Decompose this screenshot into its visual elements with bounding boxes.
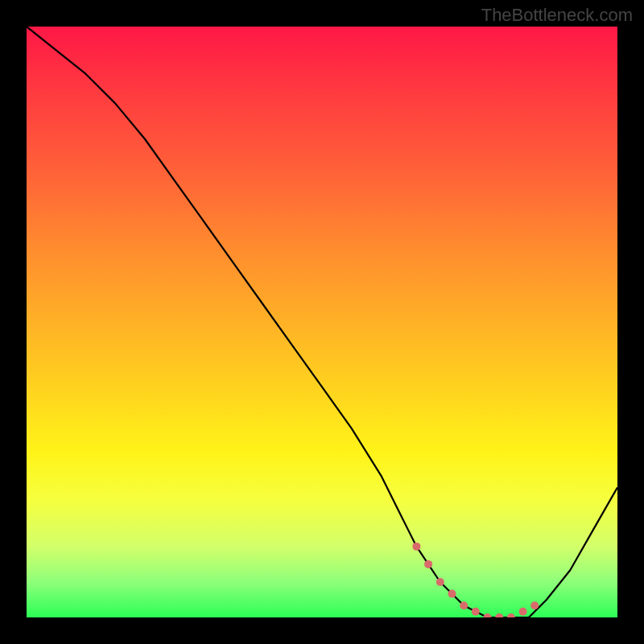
marker-dot [530, 601, 539, 609]
marker-dot [424, 560, 432, 568]
curve-svg [27, 27, 617, 617]
plot-area [27, 27, 617, 617]
marker-dot [412, 543, 420, 551]
marker-dot [484, 613, 492, 617]
marker-dot [495, 613, 503, 617]
marker-dot [507, 613, 515, 617]
marker-dot [472, 608, 480, 616]
marker-dot [519, 608, 527, 616]
highlight-dots [412, 543, 539, 617]
marker-dot [460, 601, 468, 609]
bottleneck-curve [27, 27, 617, 617]
marker-dot [448, 590, 456, 598]
watermark-text: TheBottleneck.com [481, 5, 633, 26]
marker-dot [436, 578, 444, 586]
